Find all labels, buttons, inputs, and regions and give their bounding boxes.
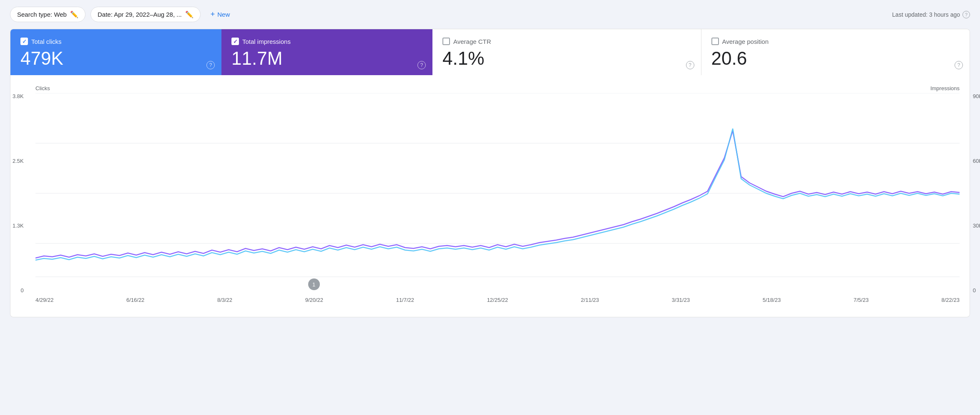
x-label-1: 6/16/22 <box>126 297 144 303</box>
metric-card-clicks[interactable]: Total clicks 479K ? <box>10 29 221 75</box>
x-axis: 4/29/22 6/16/22 8/3/22 9/20/22 11/7/22 1… <box>35 297 960 303</box>
y-left-1: 1.3K <box>13 223 24 229</box>
y-left-2: 2.5K <box>13 158 24 164</box>
x-label-9: 7/5/23 <box>854 297 869 303</box>
ctr-value: 4.1% <box>442 48 691 68</box>
y-left-3: 3.8K <box>13 93 24 99</box>
position-help-icon[interactable]: ? <box>955 61 963 69</box>
y-right-2: 60K <box>973 158 980 164</box>
x-label-7: 3/31/23 <box>672 297 690 303</box>
clicks-label: Total clicks <box>31 38 62 45</box>
chart-svg <box>35 93 960 294</box>
plus-icon: + <box>211 10 215 19</box>
ctr-checkbox[interactable] <box>442 38 450 45</box>
x-label-4: 11/7/22 <box>396 297 414 303</box>
metric-card-impressions[interactable]: Total impressions 11.7M ? <box>221 29 432 75</box>
last-updated: Last updated: 3 hours ago ? <box>892 11 970 18</box>
clicks-help-icon[interactable]: ? <box>206 61 215 69</box>
x-label-2: 8/3/22 <box>217 297 232 303</box>
impressions-checkbox[interactable] <box>231 38 239 45</box>
new-button-label: New <box>217 11 230 18</box>
position-value: 20.6 <box>711 48 960 68</box>
impressions-value: 11.7M <box>231 48 422 68</box>
edit-date-icon: ✏️ <box>185 10 193 18</box>
top-bar: Search type: Web ✏️ Date: Apr 29, 2022–A… <box>0 0 980 29</box>
x-label-3: 9/20/22 <box>305 297 323 303</box>
position-label: Average position <box>722 38 769 45</box>
help-icon: ? <box>962 11 970 18</box>
y-left-0: 0 <box>21 287 24 294</box>
x-label-8: 5/18/23 <box>763 297 781 303</box>
ctr-help-icon[interactable]: ? <box>686 61 694 69</box>
chart-title-right: Impressions <box>930 85 960 91</box>
y-axis-right: 90K 60K 30K 0 <box>973 93 980 294</box>
position-checkbox[interactable] <box>711 38 719 45</box>
annotation-label: 1 <box>312 281 315 288</box>
x-label-10: 8/22/23 <box>941 297 959 303</box>
clicks-value: 479K <box>20 48 211 68</box>
date-filter[interactable]: Date: Apr 29, 2022–Aug 28, ... ✏️ <box>90 7 201 22</box>
chart-titles: Clicks Impressions <box>35 85 960 91</box>
x-label-0: 4/29/22 <box>35 297 53 303</box>
edit-icon: ✏️ <box>70 10 78 18</box>
chart-title-left: Clicks <box>35 85 50 91</box>
y-right-3: 90K <box>973 93 980 99</box>
search-type-label: Search type: Web <box>17 11 67 18</box>
ctr-label: Average CTR <box>453 38 491 45</box>
x-label-6: 2/11/23 <box>581 297 599 303</box>
impressions-label: Total impressions <box>242 38 291 45</box>
metrics-row: Total clicks 479K ? Total impressions 11… <box>10 29 970 75</box>
x-label-5: 12/25/22 <box>487 297 508 303</box>
y-right-1: 30K <box>973 223 980 229</box>
main-content: Total clicks 479K ? Total impressions 11… <box>0 29 980 327</box>
metric-card-ctr[interactable]: Average CTR 4.1% ? <box>432 29 701 75</box>
y-right-0: 0 <box>973 287 976 294</box>
annotation-bubble[interactable]: 1 <box>308 278 320 290</box>
new-button[interactable]: + New <box>206 7 235 22</box>
chart-area: 3.8K 2.5K 1.3K 0 90K 60K 30K 0 <box>35 93 960 310</box>
impressions-help-icon[interactable]: ? <box>417 61 426 69</box>
date-label: Date: Apr 29, 2022–Aug 28, ... <box>98 11 182 18</box>
chart-container: Clicks Impressions 3.8K 2.5K 1.3K 0 90K … <box>10 75 970 317</box>
y-axis-left: 3.8K 2.5K 1.3K 0 <box>13 93 24 294</box>
clicks-checkbox[interactable] <box>20 38 28 45</box>
metric-card-position[interactable]: Average position 20.6 ? <box>701 29 970 75</box>
search-type-filter[interactable]: Search type: Web ✏️ <box>10 7 85 22</box>
